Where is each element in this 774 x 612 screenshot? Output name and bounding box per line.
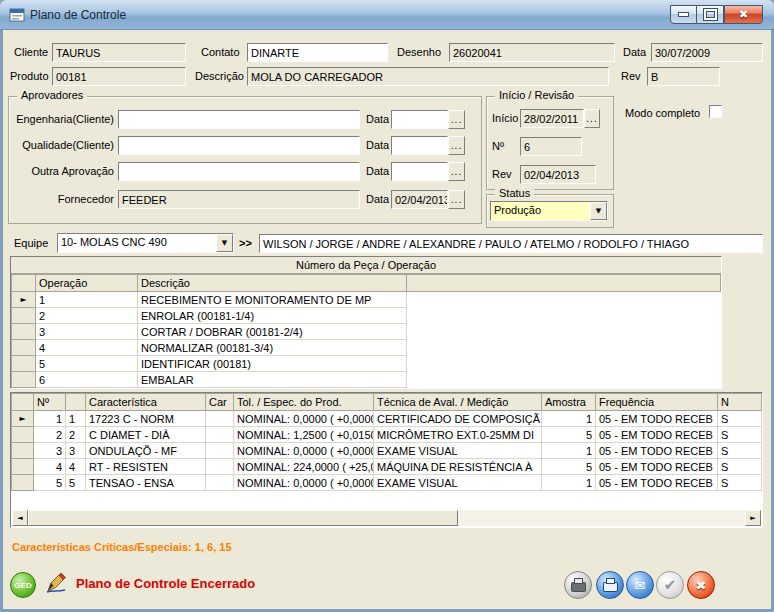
amostra-column-header: Amostra [542, 394, 596, 411]
fornecedor-date-picker-button[interactable]: ... [448, 190, 465, 209]
status-select[interactable]: Produção ▼ [490, 201, 608, 221]
qualidade-date-picker-button[interactable]: ... [448, 136, 465, 155]
indicator-column-header [12, 394, 34, 411]
scroll-left-button[interactable]: ◄ [12, 510, 28, 526]
rev-label: Rev [621, 70, 641, 82]
caracteristica-row[interactable]: 4 4 RT - RESISTEN NOMINAL: 224,0000 ( +2… [12, 459, 762, 475]
tecnica-column-header: Técnica de Aval. / Medição [374, 394, 542, 411]
descricao-cell[interactable]: NORMALIZAR (00181-3/4) [138, 340, 407, 356]
cliente-field[interactable]: TAURUS [52, 43, 186, 62]
inicio-field[interactable]: 28/02/2011 [520, 109, 584, 128]
numero-field[interactable]: 6 [520, 137, 582, 156]
operacao-cell[interactable]: 1 [36, 292, 138, 308]
inicio-revisao-title: Início / Revisão [495, 89, 578, 101]
status-dropdown-arrow-icon[interactable]: ▼ [590, 202, 607, 220]
desenho-label: Desenho [397, 46, 441, 58]
printer-icon [604, 583, 617, 591]
descricao-cell[interactable]: ENROLAR (00181-1/4) [138, 308, 407, 324]
caracteristicas-grid: Nº Característica Car Tol. / Espec. do P… [10, 392, 763, 528]
cancel-button[interactable]: ✖ [687, 571, 715, 599]
caracteristica-row[interactable]: 5 5 TENSAO - ENSA NOMINAL: 0,0000 ( +0,0… [12, 475, 762, 491]
rev-field[interactable]: B [647, 67, 720, 86]
num-column-header: Nº [34, 394, 66, 411]
operacao-cell[interactable]: 3 [36, 324, 138, 340]
outra-aprovacao-data-label: Data [366, 165, 389, 177]
minimize-button[interactable] [670, 5, 697, 24]
check-icon: ✔ [664, 576, 677, 594]
equipe-dropdown-arrow-icon[interactable]: ▼ [216, 234, 233, 252]
close-icon: ✖ [739, 8, 748, 21]
print-button[interactable] [564, 571, 592, 599]
plano-de-controle-window: Plano de Controle ✖ Cliente TAURUS Conta… [0, 0, 774, 612]
numero-label: Nº [492, 140, 504, 152]
operacao-cell[interactable]: 4 [36, 340, 138, 356]
fornecedor-field[interactable]: FEEDER [118, 190, 360, 209]
operation-row[interactable]: 3 CORTAR / DOBRAR (00181-2/4) [12, 324, 721, 340]
row-indicator [12, 459, 34, 475]
operacao-cell[interactable]: 5 [36, 356, 138, 372]
close-button[interactable]: ✖ [724, 5, 763, 24]
data-field[interactable]: 30/07/2009 [651, 43, 763, 62]
scrollbar-track[interactable] [458, 510, 745, 526]
desenho-field[interactable]: 26020041 [449, 43, 615, 62]
print-report-button[interactable] [596, 571, 624, 599]
equipe-select[interactable]: 10- MOLAS CNC 490 ▼ [57, 233, 234, 253]
current-row-indicator: ► [12, 292, 36, 308]
caracteristica-row[interactable]: ► 1 1 17223 C - NORM NOMINAL: 0,0000 ( +… [12, 411, 762, 427]
operation-row[interactable]: 2 ENROLAR (00181-1/4) [12, 308, 721, 324]
ged-button-label: GED [14, 581, 31, 590]
frequencia-column-header: Frequência [596, 394, 718, 411]
minimize-icon [679, 13, 688, 16]
operation-row[interactable]: 6 EMBALAR [12, 372, 721, 388]
row-indicator [12, 308, 36, 324]
chevrons-label: >> [239, 237, 252, 249]
contato-field[interactable]: DINARTE [247, 43, 388, 62]
descricao-cell[interactable]: EMBALAR [138, 372, 407, 388]
scroll-right-button[interactable]: ► [745, 510, 761, 526]
descricao-column-header: Descrição [138, 275, 407, 292]
operation-row[interactable]: ► 1 RECEBIMENTO E MONITORAMENTO DE MP [12, 292, 721, 308]
email-button[interactable]: ✉ [626, 571, 654, 599]
approve-button[interactable]: ✔ [656, 571, 684, 599]
qualidade-date-field[interactable] [391, 136, 448, 155]
operacao-column-header: Operação [36, 275, 138, 292]
row-indicator [12, 340, 36, 356]
engenharia-date-field[interactable] [391, 110, 448, 129]
engenharia-date-picker-button[interactable]: ... [448, 110, 465, 129]
caracteristica-row[interactable]: 3 3 ONDULAÇÕ - MF NOMINAL: 0,0000 ( +0,0… [12, 443, 762, 459]
row-indicator [12, 443, 34, 459]
descricao-cell[interactable]: RECEBIMENTO E MONITORAMENTO DE MP [138, 292, 407, 308]
title-bar[interactable]: Plano de Controle ✖ [0, 0, 774, 30]
operacao-cell[interactable]: 2 [36, 308, 138, 324]
descricao-cell[interactable]: CORTAR / DOBRAR (00181-2/4) [138, 324, 407, 340]
caracteristica-row[interactable]: 2 2 C DIAMET - DIÂ NOMINAL: 1,2500 ( +0,… [12, 427, 762, 443]
clipped-column-header: N [718, 394, 762, 411]
ged-button[interactable]: GED [10, 572, 36, 598]
fornecedor-date-field[interactable]: 02/04/2013 [391, 190, 448, 209]
scrollbar-thumb[interactable] [28, 510, 458, 526]
engenharia-field[interactable] [118, 110, 360, 129]
operacao-cell[interactable]: 6 [36, 372, 138, 388]
current-row-arrow-icon: ► [20, 295, 26, 304]
operation-row[interactable]: 4 NORMALIZAR (00181-3/4) [12, 340, 721, 356]
modo-completo-checkbox[interactable] [709, 105, 722, 118]
qualidade-field[interactable] [118, 136, 360, 155]
maximize-button[interactable] [697, 5, 724, 24]
equipe-members-field[interactable]: WILSON / JORGE / ANDRE / ALEXANDRE / PAU… [259, 234, 763, 253]
qualidade-label: Qualidade(Cliente) [8, 139, 114, 151]
produto-field[interactable]: 00181 [52, 67, 186, 86]
row-indicator [12, 427, 34, 443]
revisao-field[interactable]: 02/04/2013 [520, 165, 596, 184]
outra-aprovacao-date-field[interactable] [391, 162, 448, 181]
equipe-label: Equipe [14, 237, 48, 249]
inicio-date-picker-button[interactable]: ... [584, 109, 600, 128]
descricao-field[interactable]: MOLA DO CARREGADOR [247, 67, 609, 86]
window-title: Plano de Controle [30, 8, 126, 22]
outra-aprovacao-field[interactable] [118, 162, 360, 181]
operation-row[interactable]: 5 IDENTIFICAR (00181) [12, 356, 721, 372]
modo-completo-label: Modo completo [625, 107, 700, 119]
descricao-cell[interactable]: IDENTIFICAR (00181) [138, 356, 407, 372]
outra-aprovacao-date-picker-button[interactable]: ... [448, 162, 465, 181]
horizontal-scrollbar[interactable]: ◄ ► [12, 510, 761, 526]
outra-aprovacao-label: Outra Aprovação [8, 165, 114, 177]
